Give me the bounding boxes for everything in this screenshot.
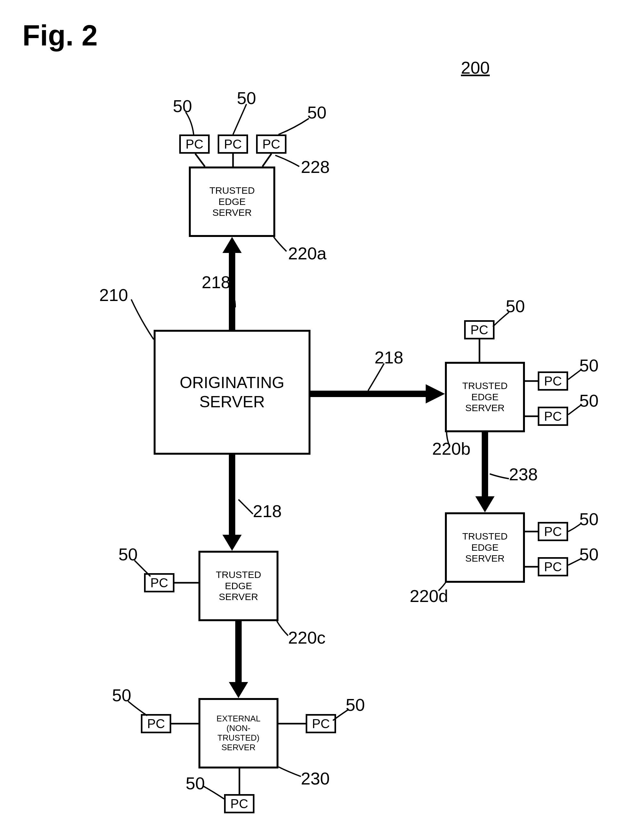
trusted-edge-d-label: TRUSTEDEDGESERVER (462, 531, 508, 564)
pc-c-left: PC (144, 573, 174, 592)
pc-b-right2: PC (538, 407, 568, 426)
pc-ext-bottom-ref: 50 (186, 773, 205, 793)
svg-marker-9 (475, 496, 495, 512)
pc-d-right2-ref: 50 (579, 544, 598, 564)
pc-ext-bottom: PC (224, 794, 254, 813)
trusted-edge-d-ref: 220d (410, 586, 448, 606)
pc-b-top: PC (464, 320, 495, 340)
link-238-label: 238 (509, 464, 538, 484)
arrow-218-down (223, 455, 242, 551)
trusted-edge-c-label: TRUSTEDEDGESERVER (216, 569, 261, 602)
link-228-label: 228 (301, 157, 330, 177)
pc-d-right2: PC (538, 557, 568, 576)
trusted-edge-server-a: TRUSTEDEDGESERVER (189, 166, 275, 237)
arrow-c-to-external (229, 621, 248, 698)
pc-d-right1: PC (538, 522, 568, 541)
trusted-edge-b-ref: 220b (432, 439, 470, 458)
pc-ext-left: PC (141, 714, 171, 733)
svg-line-12 (262, 154, 271, 166)
svg-marker-1 (223, 237, 242, 253)
pc-b-right2-ref: 50 (579, 391, 598, 410)
pc-a3-ref: 50 (307, 102, 326, 122)
link-218-down-label: 218 (253, 501, 282, 521)
svg-line-10 (195, 154, 205, 166)
svg-marker-7 (229, 682, 248, 698)
system-ref: 200 (461, 57, 490, 77)
arrow-238 (475, 432, 495, 512)
trusted-edge-server-d: TRUSTEDEDGESERVER (445, 512, 525, 583)
svg-marker-5 (223, 535, 242, 551)
external-server-label: EXTERNAL(NON-TRUSTED)SERVER (216, 714, 260, 752)
svg-marker-3 (426, 384, 445, 404)
pc-a1-ref: 50 (173, 96, 192, 116)
external-server-ref: 230 (301, 768, 330, 788)
pc-b-right1-ref: 50 (579, 355, 598, 375)
trusted-edge-c-ref: 220c (288, 628, 326, 647)
pc-a3: PC (256, 135, 287, 154)
pc-ext-right: PC (306, 714, 336, 733)
external-server: EXTERNAL(NON-TRUSTED)SERVER (198, 698, 279, 768)
pc-d-right1-ref: 50 (579, 509, 598, 529)
pc-ext-right-ref: 50 (346, 695, 365, 715)
pc-b-right1: PC (538, 371, 568, 391)
trusted-edge-server-b: TRUSTEDEDGESERVER (445, 362, 525, 432)
figure-title: Fig. 2 (22, 19, 98, 52)
arrow-218-right (310, 384, 445, 404)
link-218-up-label: 218 (202, 272, 231, 292)
trusted-edge-server-c: TRUSTEDEDGESERVER (198, 551, 279, 621)
diagram-canvas: Fig. 2 200 ORIGINATINGSERVER 210 TRUSTED… (0, 0, 644, 837)
trusted-edge-b-label: TRUSTEDEDGESERVER (462, 381, 508, 414)
pc-b-top-ref: 50 (506, 296, 525, 316)
link-218-right-label: 218 (375, 348, 403, 367)
originating-server: ORIGINATINGSERVER (154, 330, 310, 455)
pc-ext-left-ref: 50 (112, 685, 131, 705)
originating-server-label: ORIGINATINGSERVER (180, 373, 285, 412)
pc-a2-ref: 50 (237, 88, 256, 108)
trusted-edge-a-ref: 220a (288, 243, 326, 263)
pc-a2: PC (218, 135, 248, 154)
pc-a1: PC (179, 135, 210, 154)
originating-server-ref: 210 (99, 285, 128, 305)
pc-c-left-ref: 50 (118, 544, 138, 564)
trusted-edge-a-label: TRUSTEDEDGESERVER (209, 185, 255, 218)
